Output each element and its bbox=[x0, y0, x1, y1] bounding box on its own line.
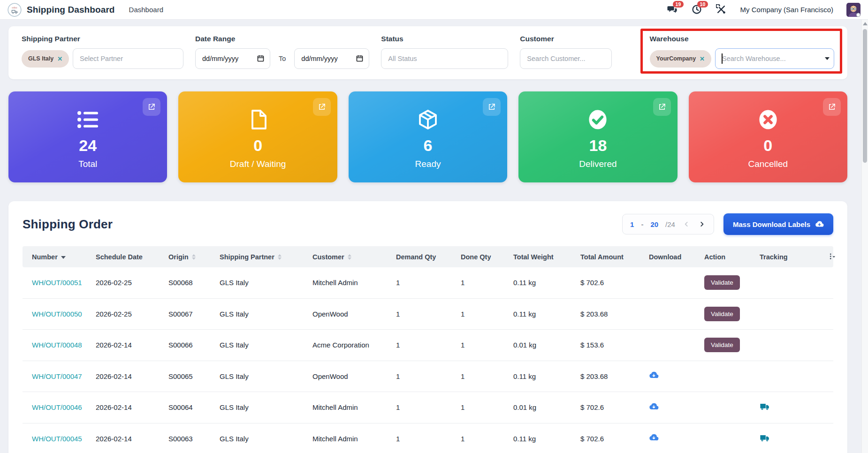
filter-date-range: Date Range To bbox=[195, 35, 369, 69]
text-cursor bbox=[722, 53, 723, 64]
shipping-partner-tag[interactable]: GLS Italy✕ bbox=[22, 50, 69, 68]
column-header[interactable]: Done Qty bbox=[461, 253, 513, 261]
svg-text:odoo: odoo bbox=[12, 6, 17, 8]
total-amount-cell: $ 153.6 bbox=[580, 341, 649, 349]
demand-qty-cell: 1 bbox=[396, 310, 461, 318]
user-avatar[interactable] bbox=[846, 3, 860, 17]
shipping-partner-input[interactable] bbox=[73, 48, 183, 69]
origin-cell: S00064 bbox=[168, 403, 220, 411]
pagination: 1 - 20 /24 bbox=[622, 214, 714, 234]
menu-dashboard[interactable]: Dashboard bbox=[129, 6, 163, 14]
done-qty-cell: 1 bbox=[461, 435, 513, 443]
external-link-button[interactable] bbox=[483, 98, 501, 116]
scrollbar-thumb[interactable] bbox=[863, 29, 867, 163]
order-number-link[interactable]: WH/OUT/00048 bbox=[23, 341, 96, 349]
tracking-truck-icon[interactable] bbox=[760, 401, 770, 412]
stat-card-delivered[interactable]: 18 Delivered bbox=[518, 91, 677, 182]
status-input[interactable] bbox=[381, 48, 508, 69]
column-header[interactable]: Shipping Partner bbox=[220, 253, 312, 261]
column-header[interactable]: Demand Qty bbox=[396, 253, 461, 261]
table-row: WH/OUT/00047 2026-02-14 S00065 GLS Italy… bbox=[23, 361, 833, 393]
wrench-icon bbox=[716, 4, 726, 15]
demand-qty-cell: 1 bbox=[396, 279, 461, 287]
origin-cell: S00066 bbox=[168, 341, 220, 349]
customer-input[interactable] bbox=[520, 48, 612, 69]
column-header[interactable]: Origin bbox=[168, 253, 220, 261]
date-to-input[interactable] bbox=[294, 48, 369, 69]
column-options-cell[interactable] bbox=[822, 253, 839, 261]
filter-shipping-partner: Shipping Partner GLS Italy✕ bbox=[22, 35, 183, 69]
column-header[interactable]: Total Amount bbox=[580, 253, 649, 261]
column-header[interactable]: Download bbox=[649, 253, 704, 261]
download-label-button[interactable] bbox=[649, 402, 659, 412]
order-number-link[interactable]: WH/OUT/00047 bbox=[23, 372, 96, 380]
order-number-link[interactable]: WH/OUT/00045 bbox=[23, 435, 96, 443]
stat-card-ready[interactable]: 6 Ready bbox=[349, 91, 507, 182]
tracking-truck-icon[interactable] bbox=[760, 433, 770, 443]
warehouse-search-input[interactable] bbox=[715, 48, 834, 69]
column-header[interactable]: Schedule Date bbox=[96, 253, 168, 261]
page-total: /24 bbox=[665, 220, 675, 228]
app-logo[interactable]: odoo bbox=[8, 3, 22, 17]
page-separator: - bbox=[641, 220, 643, 228]
done-qty-cell: 1 bbox=[461, 372, 513, 380]
total-amount-cell: $ 702.6 bbox=[580, 403, 649, 411]
page-end: 20 bbox=[650, 220, 658, 228]
demand-qty-cell: 1 bbox=[396, 403, 461, 411]
stat-value: 18 bbox=[589, 137, 607, 153]
remove-tag-icon[interactable]: ✕ bbox=[700, 55, 705, 62]
external-link-button[interactable] bbox=[653, 98, 671, 116]
validate-button[interactable]: Validate bbox=[704, 338, 740, 352]
next-page-button[interactable] bbox=[698, 220, 706, 228]
order-number-link[interactable]: WH/OUT/00050 bbox=[23, 310, 96, 318]
sort-icon bbox=[192, 254, 196, 260]
warehouse-tag[interactable]: YourCompany✕ bbox=[650, 50, 711, 68]
external-link-button[interactable] bbox=[143, 98, 160, 116]
column-header[interactable]: Action bbox=[704, 253, 760, 261]
activities-button[interactable]: 10 bbox=[692, 4, 703, 15]
shipping-partner-cell: GLS Italy bbox=[220, 403, 312, 411]
vertical-scrollbar[interactable] bbox=[861, 20, 868, 453]
download-label-button[interactable] bbox=[649, 433, 659, 443]
remove-tag-icon[interactable]: ✕ bbox=[57, 55, 62, 62]
stat-card-draft-waiting[interactable]: 0 Draft / Waiting bbox=[178, 91, 337, 182]
order-number-link[interactable]: WH/OUT/00046 bbox=[23, 403, 96, 411]
origin-cell: S00068 bbox=[168, 279, 220, 287]
origin-cell: S00063 bbox=[168, 435, 220, 443]
company-switcher[interactable]: My Company (San Francisco) bbox=[740, 6, 833, 14]
customer-cell: Mitchell Admin bbox=[312, 279, 396, 287]
column-header[interactable]: Number bbox=[23, 253, 96, 261]
filters-panel: Shipping Partner GLS Italy✕ Date Range T… bbox=[8, 26, 847, 79]
stat-card-cancelled[interactable]: 0 Cancelled bbox=[689, 91, 847, 182]
date-from-input[interactable] bbox=[195, 48, 270, 69]
section-title: Shipping Order bbox=[23, 217, 113, 232]
column-header[interactable]: Tracking bbox=[760, 253, 822, 261]
stat-value: 6 bbox=[424, 137, 433, 153]
customer-label: Customer bbox=[520, 35, 612, 43]
external-link-button[interactable] bbox=[823, 98, 841, 116]
cloud-download-icon bbox=[649, 370, 659, 380]
page-start: 1 bbox=[630, 220, 634, 228]
validate-button[interactable]: Validate bbox=[704, 307, 740, 321]
mass-download-labels-button[interactable]: Mass Download Labels bbox=[723, 213, 833, 235]
table-header: NumberSchedule DateOriginShipping Partne… bbox=[23, 246, 833, 267]
stat-card-total[interactable]: 24 Total bbox=[8, 91, 167, 182]
messages-button[interactable]: 19 bbox=[667, 4, 678, 15]
scroll-up-arrow-icon[interactable] bbox=[863, 22, 868, 25]
total-amount-cell: $ 702.6 bbox=[580, 435, 649, 443]
download-label-button[interactable] bbox=[649, 370, 659, 380]
column-header[interactable]: Customer bbox=[312, 253, 396, 261]
validate-button[interactable]: Validate bbox=[704, 275, 740, 290]
filter-status: Status bbox=[381, 35, 508, 69]
tools-button[interactable] bbox=[716, 4, 727, 15]
sort-icon bbox=[348, 254, 351, 260]
prev-page-button[interactable] bbox=[682, 220, 691, 228]
external-link-button[interactable] bbox=[313, 98, 331, 116]
page-title: Shipping Dashboard bbox=[27, 5, 115, 15]
column-options-icon bbox=[829, 253, 836, 261]
schedule-date-cell: 2026-02-14 bbox=[96, 403, 168, 411]
order-number-link[interactable]: WH/OUT/00051 bbox=[23, 279, 96, 287]
column-header[interactable]: Total Weight bbox=[513, 253, 580, 261]
cloud-download-icon bbox=[815, 220, 824, 229]
total-weight-cell: 0.01 kg bbox=[513, 341, 580, 349]
